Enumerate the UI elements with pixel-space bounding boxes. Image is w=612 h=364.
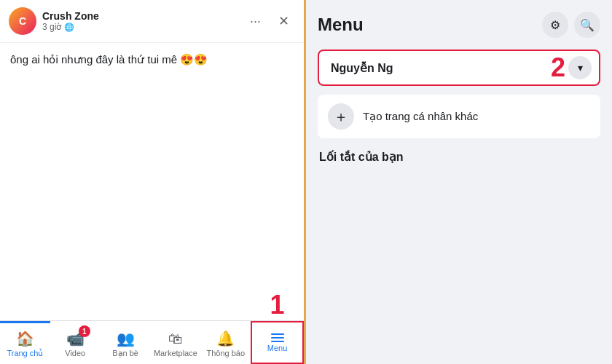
nav-item-notifications[interactable]: 🔔 Thông báo [200,321,251,364]
hamburger-icon [271,333,284,342]
search-button[interactable]: 🔍 [574,12,600,38]
annotation-2-container: 2 ▾ [551,52,597,83]
more-options-button[interactable]: ··· [244,11,267,32]
app-container: C Crush Zone 3 giờ 🌐 ··· ✕ ông ai hỏi nh… [0,0,612,364]
avatar-initial: C [19,15,26,27]
nav-item-marketplace[interactable]: 🛍 Marketplace [150,321,200,364]
nav-label-marketplace: Marketplace [154,349,197,357]
profile-name: Nguyễn Ng [331,62,393,74]
video-badge: 1 [79,325,90,337]
post-content: ông ai hỏi nhưng đây là thứ tui mê 😍😍 [0,43,304,320]
expand-profile-button[interactable]: ▾ [568,56,592,79]
nav-item-video[interactable]: 1 📹 Video [50,321,101,364]
nav-label-notifications: Thông báo [206,349,245,357]
post-time-text: 3 giờ [42,22,61,32]
shortcuts-label: Lối tắt của bạn [318,147,600,167]
store-icon: 🛍 [168,331,183,347]
people-icon: 👥 [117,330,135,347]
nav-label-menu: Menu [267,344,288,352]
gear-icon: ⚙ [550,18,560,32]
nav-item-menu[interactable]: 1 Menu [251,321,304,364]
chevron-down-icon: ▾ [578,62,583,74]
nav-item-home[interactable]: 🏠 Trang chủ [0,321,50,364]
menu-title: Menu [318,15,536,35]
video-icon: 1 📹 [66,330,85,347]
nav-label-video: Video [65,349,85,357]
menu-header: Menu ⚙ 🔍 [318,12,600,38]
plus-icon: ＋ [328,103,354,130]
create-page-button[interactable]: ＋ Tạo trang cá nhân khác [318,95,600,138]
profile-section: Nguyễn Ng 2 ▾ [318,50,600,86]
nav-label-home: Trang chủ [7,349,43,358]
post-meta: Crush Zone 3 giờ 🌐 [42,10,244,32]
post-header: C Crush Zone 3 giờ 🌐 ··· ✕ [0,0,304,43]
create-page-label: Tạo trang cá nhân khác [363,110,478,123]
nav-item-friends[interactable]: 👥 Bạn bè [101,321,151,364]
bottom-nav: 🏠 Trang chủ 1 📹 Video 👥 Bạn bè 🛍 Marketp… [0,320,304,364]
globe-icon: 🌐 [64,23,74,32]
home-icon: 🏠 [16,330,34,347]
search-icon: 🔍 [580,18,595,32]
post-author: Crush Zone [42,10,244,22]
right-panel: Menu ⚙ 🔍 Nguyễn Ng 2 ▾ ＋ Tạo trang cá n [306,0,612,364]
bell-icon: 🔔 [216,330,235,347]
left-panel: C Crush Zone 3 giờ 🌐 ··· ✕ ông ai hỏi nh… [0,0,306,364]
settings-button[interactable]: ⚙ [542,12,568,38]
avatar: C [9,7,36,35]
annotation-2: 2 [551,52,565,83]
profile-button[interactable]: Nguyễn Ng [321,54,551,82]
close-button[interactable]: ✕ [272,10,295,32]
post-actions: ··· ✕ [244,10,295,32]
post-text: ông ai hỏi nhưng đây là thứ tui mê 😍😍 [10,52,294,68]
post-time: 3 giờ 🌐 [42,22,244,32]
nav-label-friends: Bạn bè [112,349,138,358]
